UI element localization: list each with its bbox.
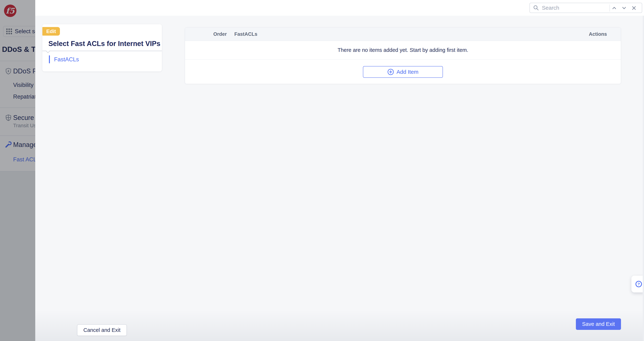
add-item-button[interactable]: Add Item (363, 66, 443, 78)
close-search-icon[interactable] (630, 4, 638, 12)
cancel-button-label: Cancel and Exit (83, 327, 120, 333)
column-header-fastacls: FastACLs (234, 27, 257, 41)
table-header: Order FastACLs Actions (185, 27, 621, 41)
find-previous-button[interactable] (610, 4, 618, 12)
step-link-fastacls[interactable]: FastACLs (54, 56, 79, 63)
column-header-order: Order (213, 27, 227, 41)
save-button-label: Save and Exit (582, 321, 615, 327)
svg-text:?: ? (638, 282, 640, 286)
search-icon (533, 5, 539, 11)
search-input[interactable] (542, 4, 602, 11)
fastacls-table: Order FastACLs Actions There are no item… (185, 27, 621, 84)
edit-mode-badge: Edit (42, 27, 60, 35)
screen: f5 Select se DDoS & Tra DDoS Pr Visibili… (0, 0, 644, 341)
find-bar (530, 3, 642, 13)
edit-modal: Edit Select Fast ACLs for Internet VIPs … (35, 0, 644, 341)
help-question-icon: ? (635, 280, 642, 288)
wizard-step-card: Edit Select Fast ACLs for Internet VIPs … (42, 24, 162, 71)
empty-state-message: There are no items added yet. Start by a… (338, 47, 468, 53)
cancel-and-exit-button[interactable]: Cancel and Exit (77, 325, 127, 336)
active-step-notch (46, 48, 50, 53)
modal-topbar (35, 0, 644, 16)
help-widget-button[interactable]: ? (632, 276, 644, 293)
add-item-row: Add Item (185, 59, 621, 84)
active-step-indicator (49, 55, 50, 63)
save-and-exit-button[interactable]: Save and Exit (576, 318, 621, 330)
find-next-button[interactable] (620, 4, 628, 12)
scrollbar-track[interactable] (643, 16, 644, 341)
column-header-actions: Actions (589, 27, 607, 41)
step-card-divider (42, 51, 162, 51)
modal-dim-overlay (0, 0, 35, 341)
circle-plus-icon (388, 69, 394, 75)
page-title: Select Fast ACLs for Internet VIPs (48, 40, 160, 48)
add-item-label: Add Item (396, 69, 418, 75)
empty-state-row: There are no items added yet. Start by a… (185, 41, 621, 59)
